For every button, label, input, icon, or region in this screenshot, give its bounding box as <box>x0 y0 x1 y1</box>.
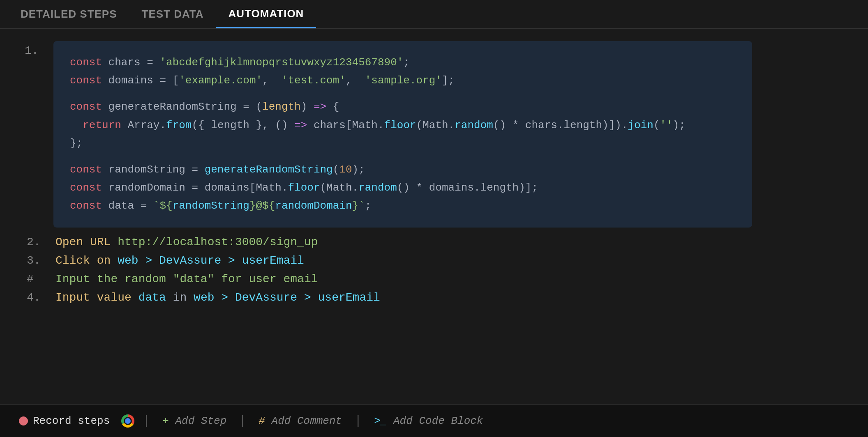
step-3-text: Click on web > DevAssure > userEmail <box>55 254 304 267</box>
add-step-label: Add Step <box>175 415 226 427</box>
step-1-row: 1. const chars = 'abcdefghijklmnopqrstuv… <box>25 41 843 228</box>
step-4-text: Input value data in web > DevAssure > us… <box>55 291 380 304</box>
code-line-1: const chars = 'abcdefghijklmnopqrstuvwxy… <box>70 53 736 71</box>
step-3-label: Click on <box>55 254 111 267</box>
step-2-url: http://localhost:3000/sign_up <box>118 236 318 248</box>
tab-automation[interactable]: AUTOMATION <box>216 0 316 28</box>
tab-detailed-steps[interactable]: DETAILED STEPS <box>8 0 129 28</box>
code-line-2: const domains = ['example.com', 'test.co… <box>70 71 736 90</box>
code-line-5: }; <box>70 134 736 152</box>
main-content: 1. const chars = 'abcdefghijklmnopqrstuv… <box>0 29 868 404</box>
step-2-label: Open URL <box>55 236 111 248</box>
chrome-icon[interactable] <box>121 414 134 428</box>
record-dot-icon <box>19 416 28 426</box>
comment-hash: # <box>27 273 55 285</box>
step-4-data: data <box>139 291 166 304</box>
step-4-label: Input value <box>55 291 132 304</box>
code-line-4: return Array.from({ length }, () => char… <box>70 116 736 134</box>
code-line-3: const generateRandomString = (length) =>… <box>70 98 736 116</box>
step-2-text: Open URL http://localhost:3000/sign_up <box>55 236 318 248</box>
tab-test-data[interactable]: TEST DATA <box>129 0 216 28</box>
add-code-block-label: Add Code Block <box>393 415 483 427</box>
divider-3: | <box>354 414 362 428</box>
step-1-number: 1. <box>25 41 53 57</box>
bottom-bar: Record steps | + Add Step | # Add Commen… <box>0 404 868 437</box>
tab-bar: DETAILED STEPS TEST DATA AUTOMATION <box>0 0 868 29</box>
step-4-path: web > DevAssure > userEmail <box>194 291 380 304</box>
comment-line: # Input the random "data" for user email <box>25 273 843 285</box>
step-4-number: 4. <box>27 291 55 304</box>
add-comment-button[interactable]: # Add Comment <box>254 415 346 427</box>
step-2-number: 2. <box>27 236 55 248</box>
step-3-path: web > DevAssure > userEmail <box>118 254 304 267</box>
code-line-8: const data = `${randomString}@${randomDo… <box>70 197 736 215</box>
add-comment-label: Add Comment <box>272 415 342 427</box>
code-block-1: const chars = 'abcdefghijklmnopqrstuvwxy… <box>53 41 752 228</box>
divider-1: | <box>143 414 150 428</box>
code-line-empty-2 <box>70 152 736 161</box>
step-2-line: 2. Open URL http://localhost:3000/sign_u… <box>25 236 843 248</box>
step-4-line: 4. Input value data in web > DevAssure >… <box>25 291 843 304</box>
step-3-line: 3. Click on web > DevAssure > userEmail <box>25 254 843 267</box>
code-line-7: const randomDomain = domains[Math.floor(… <box>70 179 736 197</box>
code-line-6: const randomString = generateRandomStrin… <box>70 161 736 179</box>
comment-text: Input the random "data" for user email <box>55 273 318 285</box>
add-code-block-button[interactable]: >_ Add Code Block <box>370 415 487 427</box>
divider-2: | <box>239 414 246 428</box>
record-steps-label: Record steps <box>33 415 110 427</box>
step-3-number: 3. <box>27 254 55 267</box>
add-step-button[interactable]: + Add Step <box>158 415 231 427</box>
code-line-empty-1 <box>70 90 736 98</box>
record-steps-button[interactable]: Record steps <box>12 412 116 430</box>
